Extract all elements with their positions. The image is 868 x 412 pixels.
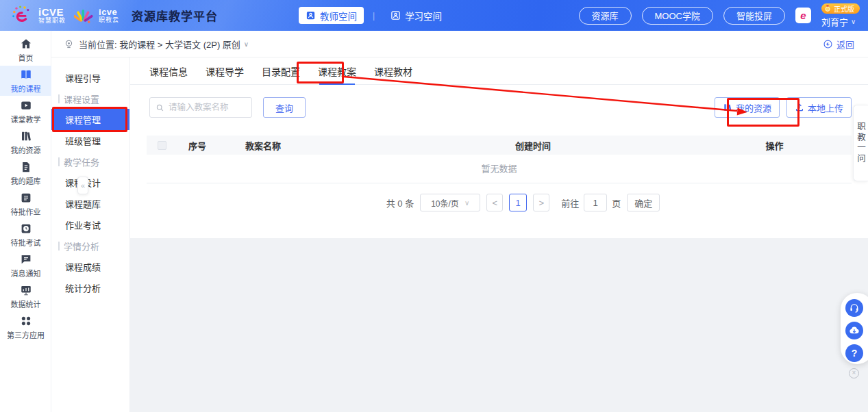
tab-course-info[interactable]: 课程信息 (149, 57, 188, 84)
question-bank-icon (20, 161, 32, 173)
submenu-item-homework-exam[interactable]: 作业考试 (51, 214, 129, 235)
sidebar-item-pending-exams[interactable]: 待批考试 (0, 220, 51, 250)
submenu-item-course-design[interactable]: 课程设计 (51, 172, 129, 193)
column-header-actions: 操作 (622, 139, 852, 152)
back-label: 返回 (836, 38, 854, 51)
goto-page-input[interactable] (584, 194, 607, 211)
sidebar-item-my-courses[interactable]: 我的课程 (0, 66, 51, 96)
download-center-button[interactable] (845, 322, 863, 339)
resources-icon (20, 130, 32, 142)
username: 刘育宁 ∨ (821, 15, 856, 28)
icve-zhijiaoyun-logo-icon (74, 6, 93, 25)
icve-zhijiaoyun-logo-text: icve 职教云 (99, 8, 119, 23)
submenu-item-class-management[interactable]: 班级管理 (51, 130, 129, 151)
sidebar-item-third-party-apps[interactable]: 第三方应用 (0, 312, 51, 342)
my-resources-button[interactable]: 我的资源 (715, 97, 780, 118)
breadcrumb-bar: 当前位置: 我的课程 > 大学语文 (2P) 原创 ∨ 返回 (51, 31, 868, 57)
icve-zhihui-logo-text: iCVE 智慧职教 (38, 7, 66, 24)
goto-label: 前往 (561, 196, 579, 209)
teacher-space-button[interactable]: 教师空间 (299, 7, 364, 24)
local-upload-button[interactable]: 本地上传 (786, 97, 852, 118)
sidebar-item-notifications[interactable]: 消息通知 (0, 250, 51, 281)
sidebar-item-question-bank[interactable]: 我的题库 (0, 158, 51, 188)
question-icon: ? (852, 348, 858, 359)
sidebar-item-my-resources[interactable]: 我的资源 (0, 127, 51, 157)
select-all-checkbox[interactable] (158, 141, 166, 150)
tab-course-materials[interactable]: 课程教材 (374, 57, 412, 84)
teacher-space-label: 教师空间 (320, 9, 357, 23)
zhijiao-yiwen-side-tab[interactable]: 职教一问 (853, 105, 868, 181)
submenu-item-course-question-bank[interactable]: 课程题库 (51, 193, 129, 214)
mooc-academy-button[interactable]: MOOC学院 (642, 7, 713, 25)
sidebar-item-home[interactable]: 首页 (0, 35, 51, 65)
sidebar-item-label: 数据统计 (11, 298, 41, 309)
sidebar-item-label: 待批考试 (11, 237, 41, 248)
resource-library-button[interactable]: 资源库 (579, 7, 632, 25)
upload-icon (795, 103, 804, 112)
search-input[interactable] (169, 103, 246, 112)
bookshelf-icon (723, 103, 732, 112)
version-badge-label: 正式版 (834, 3, 854, 14)
course-submenu: 课程引导 课程设置 课程管理 班级管理 教学任务 课程设计 课程题库 作业考试 … (51, 57, 130, 412)
submenu-item-course-guide[interactable]: 课程引导 (51, 67, 129, 88)
search-box (149, 97, 252, 118)
content-area: 课程信息 课程导学 目录配置 课程教案 课程教材 查询 我的资源 (130, 57, 868, 412)
prev-page-button[interactable]: < (486, 194, 503, 211)
sidebar-item-label: 课堂教学 (11, 114, 41, 125)
learning-space-button[interactable]: 学习空间 (384, 7, 449, 24)
column-header-created-time: 创建时间 (444, 139, 622, 152)
page-size-value: 10条/页 (431, 197, 459, 209)
breadcrumb[interactable]: 我的课程 > 大学语文 (2P) 原创 (119, 38, 240, 51)
page-number-1[interactable]: 1 (509, 194, 527, 211)
goto-page-group: 前往 页 (561, 194, 621, 211)
avatar-glyph: e (800, 10, 806, 21)
chevron-down-icon: ∨ (851, 18, 856, 25)
teacher-icon (306, 10, 316, 21)
collapse-sidebar-button[interactable]: « (77, 177, 88, 194)
medal-icon (823, 4, 832, 12)
query-button[interactable]: 查询 (263, 97, 306, 118)
nav-divider: | (373, 11, 375, 21)
sidebar-item-classroom-teaching[interactable]: 课堂教学 (0, 96, 51, 127)
sidebar-item-pending-homework[interactable]: 待批作业 (0, 189, 51, 219)
sidebar-item-label: 第三方应用 (7, 329, 45, 340)
student-icon (390, 10, 401, 21)
smart-casting-button[interactable]: 智能投屏 (723, 7, 785, 25)
tab-catalog-config[interactable]: 目录配置 (262, 57, 300, 84)
primary-sidebar: 首页 我的课程 课堂教学 我的资源 我的题库 待批作业 待批考试 消息通知 数据… (0, 31, 51, 412)
table-header: 序号 教案名称 创建时间 操作 (147, 136, 852, 155)
submenu-item-course-management[interactable]: 课程管理 (51, 109, 129, 130)
sidebar-item-label: 消息通知 (11, 268, 41, 279)
breadcrumb-label: 当前位置: (79, 38, 117, 51)
search-icon (156, 103, 164, 112)
brand-area: iCVE 智慧职教 icve 职教云 资源库教学平台 (0, 5, 218, 27)
chevron-down-icon[interactable]: ∨ (244, 40, 249, 48)
classroom-icon (20, 99, 32, 112)
sidebar-item-label: 我的题库 (11, 175, 41, 186)
submenu-item-course-grades[interactable]: 课程成绩 (51, 256, 129, 277)
next-page-button[interactable]: > (533, 194, 549, 211)
user-menu[interactable]: 正式版 刘育宁 ∨ (821, 3, 860, 28)
courses-icon (20, 68, 32, 81)
tab-course-guide[interactable]: 课程导学 (206, 57, 244, 84)
submenu-item-statistical-analysis[interactable]: 统计分析 (51, 277, 129, 298)
confirm-button[interactable]: 确定 (627, 194, 660, 211)
customer-support-button[interactable] (845, 299, 863, 317)
sidebar-item-statistics[interactable]: 数据统计 (0, 281, 51, 311)
course-tabs: 课程信息 课程导学 目录配置 课程教案 课程教材 (130, 57, 868, 85)
help-button[interactable]: ? (845, 344, 863, 362)
cloud-download-icon (849, 325, 860, 336)
page-size-select[interactable]: 10条/页 ∨ (420, 194, 480, 211)
back-button[interactable]: 返回 (823, 38, 854, 51)
logo-sub: 智慧职教 (38, 18, 66, 24)
tab-lesson-plans[interactable]: 课程教案 (318, 57, 356, 84)
apps-icon (20, 315, 32, 327)
logo-sub: 职教云 (99, 17, 119, 23)
close-floating-stack-button[interactable]: × (849, 368, 859, 378)
learning-space-label: 学习空间 (405, 9, 442, 23)
exam-icon (20, 222, 32, 235)
avatar[interactable]: e (795, 8, 811, 23)
lesson-plan-toolbar: 查询 我的资源 本地上传 (149, 97, 852, 118)
submenu-section-learning-analysis: 学情分析 (51, 235, 129, 256)
home-icon (20, 38, 32, 50)
